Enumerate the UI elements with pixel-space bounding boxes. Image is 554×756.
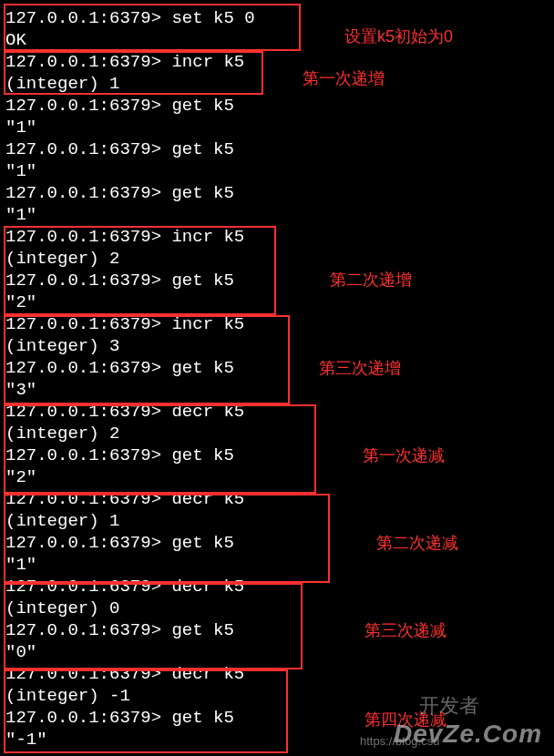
terminal-line: 127.0.0.1:6379> get k5 [5, 444, 549, 466]
terminal-line: 127.0.0.1:6379> decr k5 [5, 401, 549, 423]
terminal-line: 127.0.0.1:6379> get k5 [5, 357, 549, 379]
terminal-line: (integer) 0 [5, 598, 549, 619]
terminal-line: (integer) 1 [5, 73, 549, 95]
terminal-line: "0" [5, 641, 549, 663]
annotation-label: 第一次递减 [363, 444, 445, 466]
terminal-line: (integer) 2 [5, 248, 549, 270]
terminal-line: 127.0.0.1:6379> get k5 [5, 270, 549, 291]
watermark-chinese: 开发者 [419, 692, 479, 720]
terminal-line: "2" [5, 291, 549, 313]
terminal-line: 127.0.0.1:6379> decr k5 [5, 488, 549, 510]
terminal-line: 127.0.0.1:6379> get k5 [5, 138, 549, 160]
annotation-label: 第三次递增 [319, 357, 401, 379]
terminal-line: 127.0.0.1:6379> incr k5 [5, 313, 549, 335]
terminal-line: 127.0.0.1:6379> get k5 [5, 95, 549, 117]
terminal-line: OK [5, 29, 549, 51]
terminal-line: 127.0.0.1:6379> set k5 0 [5, 7, 549, 29]
annotation-label: 第一次递增 [303, 67, 385, 89]
terminal-line: (integer) 3 [5, 335, 549, 357]
terminal-line: 127.0.0.1:6379> decr k5 [5, 576, 549, 598]
terminal-line: 127.0.0.1:6379> get k5 [5, 182, 549, 204]
annotation-label: 设置k5初始为0 [344, 26, 453, 47]
terminal-line: 127.0.0.1:6379> get k5 [5, 532, 549, 554]
terminal-line: (integer) 1 [5, 510, 549, 532]
terminal-line: "2" [5, 466, 549, 488]
watermark-url: https://blog.csd [360, 734, 439, 748]
terminal-output: 127.0.0.1:6379> set k5 0OK127.0.0.1:6379… [0, 0, 554, 756]
annotation-label: 第二次递增 [330, 269, 412, 291]
annotation-label: 第二次递减 [376, 532, 458, 554]
terminal-line: 127.0.0.1:6379> decr k5 [5, 663, 549, 685]
terminal-line: 127.0.0.1:6379> get k5 [5, 619, 549, 641]
terminal-line: "1" [5, 204, 549, 226]
terminal-line: 127.0.0.1:6379> incr k5 [5, 226, 549, 248]
terminal-line: 127.0.0.1:6379> incr k5 [5, 51, 549, 73]
terminal-line: "3" [5, 379, 549, 401]
terminal-line: "1" [5, 554, 549, 576]
terminal-line: "1" [5, 160, 549, 182]
terminal-line: (integer) 2 [5, 423, 549, 444]
annotation-label: 第三次递减 [364, 619, 446, 641]
terminal-line: "1" [5, 117, 549, 138]
